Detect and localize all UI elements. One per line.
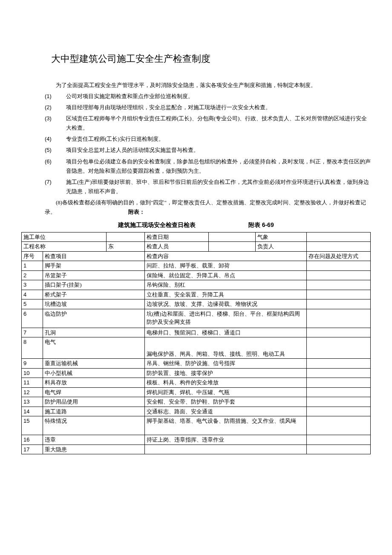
table-row: 16违章持证上岗、违章指挥、违章作业: [22, 435, 371, 445]
content-cell: 间距、拉结、脚手板、载重、卸荷: [145, 261, 307, 271]
item-cell: 垂直运输机械: [43, 359, 145, 369]
table-row: 17重大隐患: [22, 445, 371, 454]
appendix-label: 附表：: [128, 209, 145, 215]
list-item: (4) 专业责任工程师(工长)实行日巡检制度。: [45, 134, 371, 144]
table-row: 11料具存放模板、料具、构件的安全堆放: [22, 378, 371, 388]
seq-cell: 10: [22, 368, 43, 378]
intro-paragraph: 为了全面提高工程安全生产管理水平，及时消除安全隐患，落实各项安全生产制度和措施，…: [21, 81, 371, 90]
item-cell: 料具存放: [43, 378, 145, 388]
issue-cell: [307, 435, 371, 445]
issue-cell: [307, 299, 371, 309]
item-cell: 电气焊: [43, 387, 145, 397]
table-title: 建筑施工现场安全检查日检表: [118, 221, 196, 230]
issue-cell: [307, 359, 371, 369]
col-content-header: 检查内容: [145, 251, 307, 261]
project-label: 工程名称: [22, 242, 107, 252]
table-number-value: 6-69: [262, 221, 274, 228]
seq-cell: 3: [22, 280, 43, 290]
issue-cell: [307, 337, 371, 359]
list-num: (1): [45, 92, 66, 101]
content-cell: 坑(槽)边和屋面、进出料口、楼梯、阳台、平台、框架结构四周防护及安全网支搭: [145, 309, 307, 328]
table-number-prefix: 附表: [248, 222, 260, 228]
header-row-2: 工程名称 东 检查人员 负责人: [22, 242, 371, 252]
col-item-header: 检查项目: [43, 251, 145, 261]
seq-cell: 13: [22, 397, 43, 407]
list-text: 公司对项目实施定期检查和重点作业部位巡检制度。: [66, 92, 371, 101]
content-cell: 电梯井口、预留洞口、楼梯口、通道口: [145, 328, 307, 337]
list-text: 项目分包单位必须建立各自的安全检查制度，除参加总包组织的检查外，必须坚持自检，及…: [66, 157, 371, 176]
issue-cell: [307, 328, 371, 337]
item-cell: 特殊情况: [43, 416, 145, 435]
issue-cell: [307, 270, 371, 280]
issue-cell: [307, 309, 371, 328]
table-row: 15特殊情况脚手架基础、塔基、电气设备、防雨措施、交叉作业、缆风绳: [22, 416, 371, 435]
item-cell: 中小型机械: [43, 368, 145, 378]
numbered-list: (1) 公司对项目实施定期检查和重点作业部位巡检制度。 (2) 项目经理部每月由…: [21, 92, 371, 196]
seq-cell: 5: [22, 299, 43, 309]
content-cell: 保险绳、就位固定、升降工具、吊点: [145, 270, 307, 280]
content-cell: 防护装置、接地、接零保护: [145, 368, 307, 378]
inspector-value: [209, 242, 256, 252]
seq-cell: 17: [22, 445, 43, 454]
item-cell: 孔洞: [43, 328, 145, 337]
col-seq-header: 序号: [22, 251, 43, 261]
item8-text: (8)各级检查都必须有明确的目的，做到"四定"，即定整改责任人、定整改措施、定整…: [45, 199, 366, 215]
table-number: 附表 6-69: [248, 220, 274, 230]
table-row: 6临边防护坑(槽)边和屋面、进出料口、楼梯、阳台、平台、框架结构四周防护及安全网…: [22, 309, 371, 328]
list-item: (3) 区域责任工程师每半个月组织专业责任工程师(工长)、分包商(专业公司)、行…: [45, 114, 371, 133]
issue-cell: [307, 387, 371, 397]
list-num: (7): [45, 177, 66, 196]
issue-cell: [307, 378, 371, 388]
seq-cell: 6: [22, 309, 43, 328]
document-title: 大中型建筑公司施工安全生产检查制度: [21, 51, 371, 66]
item-cell: 吊篮架子: [43, 270, 145, 280]
content-cell: 边坡状况、放坡、支撑、边缘荷载、堆物状况: [145, 299, 307, 309]
list-item: (7) 施工(生产)班组要做好班前、班中、班后和节假日前后的安全自检工作，尤其作…: [45, 177, 371, 196]
seq-cell: 8: [22, 337, 43, 359]
column-header-row: 序号 检查项目 检查内容 存在问题及处理方式: [22, 251, 371, 261]
list-num: (2): [45, 103, 66, 112]
list-text: 施工(生产)班组要做好班前、班中、班后和节假日前后的安全自检工作，尤其作业前必须…: [66, 177, 371, 196]
content-cell: 焊机间距离、焊机、中压罐、气瓶: [145, 387, 307, 397]
issue-cell: [307, 445, 371, 454]
table-row: 4桥式架子立柱垂直、安全装置、升降工具: [22, 290, 371, 299]
header-row-1: 施工单位 检查日期 气象: [22, 232, 371, 242]
content-cell: 安全帽、安全带、防护鞋、防护手套: [145, 397, 307, 407]
item-cell: 坑槽边坡: [43, 299, 145, 309]
issue-cell: [307, 368, 371, 378]
table-row: 1脚手架间距、拉结、脚手板、载重、卸荷: [22, 261, 371, 271]
seq-cell: 15: [22, 416, 43, 435]
list-text: 项目安全总监对上述人员的活动情况实施监督与检查。: [66, 145, 371, 155]
list-text: 专业责任工程师(工长)实行日巡检制度。: [66, 134, 371, 144]
issue-cell: [307, 280, 371, 290]
weather-value: [307, 232, 371, 242]
item-cell: 桥式架子: [43, 290, 145, 299]
item-cell: 电气: [43, 337, 145, 359]
content-cell: 持证上岗、违章指挥、违章作业: [145, 435, 307, 445]
seq-cell: 9: [22, 359, 43, 369]
seq-cell: 16: [22, 435, 43, 445]
seq-cell: 14: [22, 407, 43, 416]
content-cell: 吊具、钢丝绳、防护设施、信号指挥: [145, 359, 307, 369]
date-label: 检查日期: [145, 232, 209, 242]
table-row: 13防护用品使用安全帽、安全带、防护鞋、防护手套: [22, 397, 371, 407]
list-item: (6) 项目分包单位必须建立各自的安全检查制度，除参加总包组织的检查外，必须坚持…: [45, 157, 371, 176]
content-cell: [145, 445, 307, 454]
issue-cell: [307, 290, 371, 299]
item-cell: 插口架子(挂架): [43, 280, 145, 290]
weather-label: 气象: [256, 232, 307, 242]
table-row: 12电气焊焊机间距离、焊机、中压罐、气瓶: [22, 387, 371, 397]
table-title-row: 建筑施工现场安全检查日检表 附表 6-69: [21, 220, 371, 230]
item-cell: 重大隐患: [43, 445, 145, 454]
table-row: 7孔洞电梯井口、预留洞口、楼梯口、通道口: [22, 328, 371, 337]
issue-cell: [307, 407, 371, 416]
project-value: 东: [107, 242, 145, 252]
seq-cell: 12: [22, 387, 43, 397]
list-item: (1) 公司对项目实施定期检查和重点作业部位巡检制度。: [45, 92, 371, 101]
table-row: 2吊篮架子保险绳、就位固定、升降工具、吊点: [22, 270, 371, 280]
unit-label: 施工单位: [22, 232, 107, 242]
list-num: (3): [45, 114, 66, 133]
owner-value: [307, 242, 371, 252]
date-value: [209, 232, 256, 242]
item-cell: 脚手架: [43, 261, 145, 271]
